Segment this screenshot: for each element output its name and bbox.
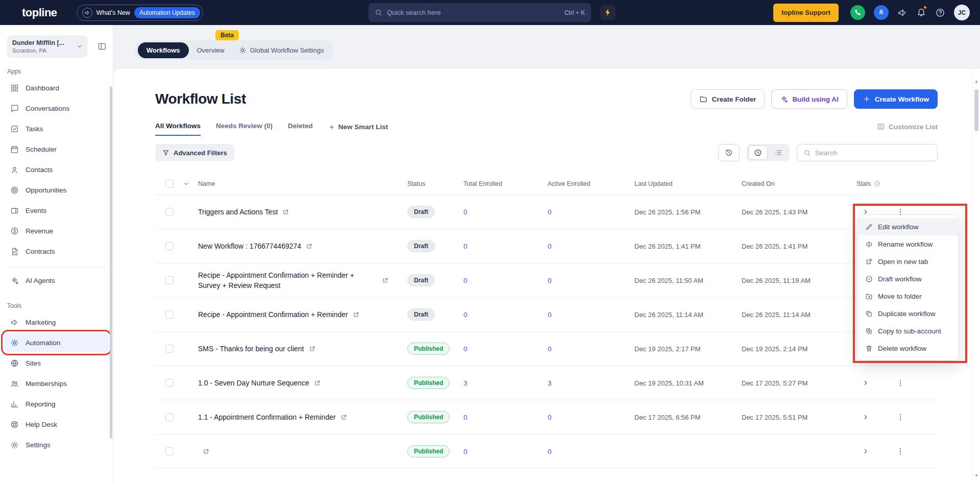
build-using-ai-button[interactable]: Build using AI (771, 89, 847, 109)
table-search-input[interactable] (815, 149, 931, 157)
phone-button[interactable] (850, 5, 865, 20)
sidebar-item-ai-agents[interactable]: AI Agents (4, 271, 109, 290)
total-enrolled-link[interactable]: 0 (463, 311, 548, 319)
row-checkbox[interactable] (165, 242, 174, 250)
sidebar-item-contracts[interactable]: Contracts (4, 242, 109, 261)
row-checkbox[interactable] (165, 310, 174, 319)
total-enrolled-link[interactable]: 0 (463, 277, 548, 284)
collapse-sidebar-button[interactable] (97, 42, 107, 51)
row-actions-button[interactable] (893, 444, 908, 458)
scrollbar-thumb[interactable] (974, 89, 978, 131)
announcements-button[interactable] (897, 8, 908, 18)
workflow-name[interactable]: Triggers and Actions Test (198, 207, 278, 217)
panel-scrollbar[interactable]: ▲ ▼ (972, 69, 980, 483)
active-enrolled-link[interactable]: 3 (548, 379, 634, 387)
sidebar-item-tasks[interactable]: Tasks (4, 119, 109, 138)
row-actions-button[interactable] (893, 376, 908, 390)
active-enrolled-link[interactable]: 0 (548, 311, 634, 319)
open-workflow-icon[interactable] (353, 311, 360, 318)
sidebar-item-contacts[interactable]: Contacts (4, 160, 109, 179)
tab-overview[interactable]: Overview (191, 42, 231, 58)
sidebar-item-scheduler[interactable]: Scheduler (4, 139, 109, 159)
active-enrolled-link[interactable]: 0 (548, 448, 634, 455)
active-enrolled-link[interactable]: 0 (548, 243, 634, 250)
workflow-name[interactable]: New Workflow : 1766774469274 (198, 241, 301, 251)
advanced-filters-button[interactable]: Advanced Filters (155, 144, 234, 161)
menu-item-rename-workflow[interactable]: Rename workflow (858, 235, 958, 253)
new-smart-list-button[interactable]: New Smart List (328, 123, 388, 136)
open-workflow-icon[interactable] (306, 243, 313, 250)
tab-all-workflows[interactable]: All Workflows (155, 122, 201, 136)
user-avatar[interactable]: JC (954, 5, 970, 20)
workflow-name[interactable]: Recipe - Appointment Confirmation + Remi… (198, 270, 377, 291)
sidebar-item-reporting[interactable]: Reporting (4, 394, 109, 414)
support-button[interactable]: topline Support (773, 4, 839, 22)
sidebar-item-opportunities[interactable]: Opportunities (4, 180, 109, 200)
sidebar-item-conversations[interactable]: Conversations (4, 99, 109, 118)
help-button[interactable] (935, 8, 945, 18)
scroll-up-arrow[interactable]: ▲ (973, 79, 980, 84)
total-enrolled-link[interactable]: 0 (463, 414, 548, 421)
launchpad-button[interactable] (874, 5, 889, 20)
create-folder-button[interactable]: Create Folder (691, 89, 765, 109)
open-workflow-icon[interactable] (309, 345, 316, 352)
menu-item-edit-workflow[interactable]: Edit workflow (858, 218, 958, 235)
sidebar-item-sites[interactable]: Sites (4, 353, 109, 373)
row-stats-expand[interactable] (862, 413, 870, 421)
total-enrolled-link[interactable]: 0 (463, 243, 548, 250)
tab-deleted[interactable]: Deleted (288, 122, 313, 136)
notifications-button[interactable] (916, 7, 926, 19)
whats-new-pill[interactable]: What's New Automation Updates (77, 5, 203, 21)
active-enrolled-link[interactable]: 0 (548, 277, 634, 284)
total-enrolled-link[interactable]: 0 (463, 345, 548, 353)
open-workflow-icon[interactable] (382, 277, 389, 284)
table-search[interactable] (797, 144, 938, 161)
open-workflow-icon[interactable] (340, 414, 348, 421)
sidebar-item-memberships[interactable]: Memberships (4, 374, 109, 393)
sidebar-scrollbar-thumb[interactable] (110, 86, 112, 439)
workflow-name[interactable]: SMS - Thanks for being our client (198, 344, 304, 354)
menu-item-move-to-folder[interactable]: Move to folder (858, 287, 958, 305)
row-stats-expand[interactable] (862, 447, 870, 455)
total-enrolled-link[interactable]: 0 (463, 208, 548, 216)
account-switcher[interactable]: Dunder Mifflin [... Scranton, PA (7, 35, 87, 58)
scroll-down-arrow[interactable]: ▼ (973, 473, 980, 478)
menu-item-copy-to-sub-account[interactable]: Copy to sub-account (858, 322, 958, 340)
open-workflow-icon[interactable] (203, 448, 210, 455)
global-search-input[interactable] (387, 9, 560, 16)
workflow-name[interactable]: Recipe - Appointment Confirmation + Remi… (198, 309, 348, 320)
global-search[interactable]: Ctrl + K (369, 3, 591, 22)
row-checkbox[interactable] (165, 208, 174, 216)
total-enrolled-link[interactable]: 3 (463, 379, 548, 387)
quick-actions-button[interactable] (600, 5, 616, 20)
open-workflow-icon[interactable] (282, 208, 289, 215)
active-enrolled-link[interactable]: 0 (548, 345, 634, 353)
menu-item-duplicate-workflow[interactable]: Duplicate workflow (858, 305, 958, 322)
select-all-checkbox[interactable] (165, 180, 174, 188)
workflow-name[interactable]: 1.1 - Appointment Confirmation + Reminde… (198, 412, 336, 422)
tab-needs-review-0[interactable]: Needs Review (0) (216, 122, 273, 136)
row-checkbox[interactable] (165, 276, 174, 284)
customize-list-button[interactable]: Customize List (877, 123, 938, 136)
menu-item-delete-workflow[interactable]: Delete workflow (858, 340, 958, 357)
row-checkbox[interactable] (165, 447, 174, 455)
row-actions-button[interactable] (893, 410, 908, 424)
app-logo[interactable]: topline (22, 6, 57, 19)
open-workflow-icon[interactable] (314, 379, 321, 387)
sidebar-item-dashboard[interactable]: Dashboard (4, 78, 109, 98)
tab-global-workflow-settings[interactable]: Global Workflow Settings (233, 42, 330, 58)
sidebar-item-automation[interactable]: Automation (4, 333, 109, 352)
sidebar-item-help-desk[interactable]: Help Desk (4, 415, 109, 434)
expand-all-chevron[interactable] (183, 180, 190, 187)
create-workflow-button[interactable]: Create Workflow (854, 89, 938, 109)
sidebar-item-events[interactable]: Events (4, 201, 109, 220)
menu-item-draft-workflow[interactable]: Draft workflow (858, 270, 958, 287)
active-enrolled-link[interactable]: 0 (548, 208, 634, 216)
row-checkbox[interactable] (165, 413, 174, 421)
menu-item-open-in-new-tab[interactable]: Open in new tab (858, 253, 958, 270)
enrollment-history-button[interactable] (718, 144, 740, 161)
list-view-button[interactable] (769, 146, 788, 160)
workflow-name[interactable]: 1.0 - Seven Day Nurture Sequence (198, 378, 309, 388)
sidebar-item-revenue[interactable]: Revenue (4, 221, 109, 240)
tab-workflows[interactable]: Workflows (138, 42, 189, 58)
